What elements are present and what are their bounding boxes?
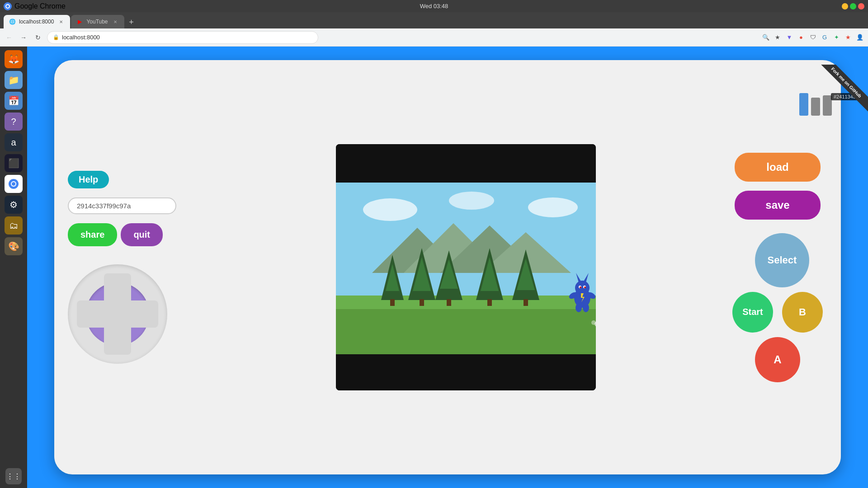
svg-rect-24 [447, 299, 451, 306]
session-id-input[interactable] [68, 197, 176, 214]
tab-youtube[interactable]: ▶ YouTube ✕ [71, 15, 124, 28]
fork-ribbon-text: Fork me on GitHub [830, 66, 862, 99]
url-input[interactable]: 🔒 localhost:8000 [47, 31, 318, 44]
taskbar-firefox[interactable]: 🦊 [5, 50, 23, 68]
tab-favicon-youtube: ▶ [76, 19, 83, 25]
url-value: localhost:8000 [62, 34, 100, 41]
taskbar-chrome[interactable] [5, 175, 23, 193]
extension-icon-4[interactable]: G [820, 33, 829, 42]
extension-icon-6[interactable]: ★ [844, 33, 853, 42]
tab-close-youtube[interactable]: ✕ [112, 18, 119, 25]
taskbar-apps-grid[interactable]: ⋮⋮ [5, 468, 22, 484]
quit-button[interactable]: quit [121, 223, 163, 246]
screen-top-border [336, 144, 596, 183]
maximize-button[interactable] [850, 3, 856, 9]
svg-point-55 [580, 286, 581, 288]
taskbar-steam[interactable]: ⚙ [5, 196, 23, 214]
screen-game-area [336, 183, 596, 354]
screen-bottom-border [336, 354, 596, 390]
svg-rect-30 [524, 299, 528, 306]
taskbar-files2[interactable]: 🗂 [5, 216, 23, 235]
start-b-row: Start B [732, 292, 823, 333]
tabs-bar: 🌐 localhost:8000 ✕ ▶ YouTube ✕ + [0, 12, 868, 28]
svg-point-5 [12, 182, 15, 186]
action-buttons: share quit [68, 223, 163, 246]
reload-button[interactable]: ↻ [33, 32, 43, 43]
tab-label-localhost: localhost:8000 [19, 19, 54, 25]
taskbar-help[interactable]: ? [5, 113, 23, 131]
minimize-button[interactable] [842, 3, 848, 9]
b-button[interactable]: B [782, 292, 823, 333]
extension-icon-1[interactable]: ▼ [785, 33, 794, 42]
tab-localhost[interactable]: 🌐 localhost:8000 ✕ [4, 15, 70, 28]
new-tab-button[interactable]: + [125, 16, 138, 28]
svg-point-50 [575, 281, 590, 295]
svg-rect-18 [390, 299, 395, 306]
tab-close-localhost[interactable]: ✕ [57, 18, 65, 25]
svg-point-2 [6, 5, 9, 8]
svg-point-56 [584, 286, 586, 288]
address-bar: ← → ↻ 🔒 localhost:8000 🔍 ★ ▼ ● 🛡 G ✦ ★ 👤 [0, 28, 868, 47]
profile-icon[interactable]: 👤 [855, 33, 864, 42]
save-button[interactable]: save [735, 191, 821, 220]
browser-title-section: Google Chrome [4, 2, 66, 10]
extension-icon-3[interactable]: 🛡 [808, 33, 817, 42]
window-controls [842, 3, 864, 9]
dpad-container[interactable] [68, 264, 167, 364]
lock-icon: 🔒 [53, 34, 59, 40]
svg-point-8 [449, 192, 494, 210]
forward-button[interactable]: → [18, 32, 29, 43]
start-button[interactable]: Start [732, 292, 773, 333]
taskbar-terminal[interactable]: ⬛ [5, 154, 23, 172]
svg-point-9 [528, 197, 578, 217]
game-screen-container [212, 144, 719, 390]
extension-icon-5[interactable]: ✦ [832, 33, 841, 42]
close-button[interactable] [858, 3, 864, 9]
fork-ribbon[interactable]: Fork me on GitHub [817, 65, 868, 112]
taskbar-files[interactable]: 📁 [5, 71, 23, 89]
chrome-logo-icon [4, 2, 12, 10]
tab-favicon-localhost: 🌐 [9, 19, 15, 25]
svg-rect-21 [420, 299, 424, 306]
taskbar-left: 🦊 📁 📅 ? a ⬛ ⚙ 🗂 🎨 ⋮⋮ [0, 47, 27, 488]
progress-bar-1 [799, 93, 808, 116]
share-button[interactable]: share [68, 223, 117, 246]
taskbar-calendar[interactable]: 📅 [5, 92, 23, 110]
game-scene-svg [336, 183, 596, 354]
svg-rect-15 [336, 296, 596, 309]
game-screen [336, 144, 596, 390]
load-button[interactable]: load [735, 153, 821, 182]
game-background: 🎮 🕹 ◎ 🎮 ⊕ 🕹 🎮 ◎ 🕹 🎮 ⊕ 🕹 ⊕ 🎮 ◎ 🕹 🎮 ⊕ ◎ 🕹 … [27, 47, 868, 488]
a-row: A [732, 337, 823, 382]
new-tab-icon: + [129, 18, 134, 27]
extension-icon-2[interactable]: ● [797, 33, 806, 42]
dpad-horizontal [77, 300, 158, 328]
browser-app-title: Google Chrome [14, 2, 66, 10]
taskbar-amazon[interactable]: a [5, 133, 23, 151]
help-button[interactable]: Help [68, 171, 109, 188]
svg-rect-27 [487, 299, 492, 306]
svg-point-48 [591, 320, 596, 325]
back-button[interactable]: ← [4, 32, 14, 43]
right-panel: load save Select Start B A [728, 153, 827, 382]
fork-ribbon-container: Fork me on GitHub [809, 65, 868, 123]
svg-point-7 [363, 198, 417, 221]
svg-point-58 [576, 303, 582, 312]
gamepad-buttons: Select Start B A [732, 233, 823, 382]
game-panel: Help share quit [54, 60, 841, 474]
browser-titlebar: Google Chrome Wed 03:48 [0, 0, 868, 12]
left-panel: Help share quit [68, 171, 203, 364]
address-bar-right: 🔍 ★ ▼ ● 🛡 G ✦ ★ 👤 [761, 33, 864, 42]
bookmark-icon[interactable]: ★ [773, 33, 782, 42]
taskbar-gimp[interactable]: 🎨 [5, 237, 23, 255]
select-button[interactable]: Select [755, 233, 809, 287]
system-clock: Wed 03:48 [420, 3, 448, 9]
zoom-icon[interactable]: 🔍 [761, 33, 770, 42]
a-button[interactable]: A [755, 337, 800, 382]
svg-rect-14 [336, 305, 596, 354]
svg-point-59 [583, 303, 589, 312]
select-row: Select [732, 233, 823, 287]
tab-label-youtube: YouTube [86, 19, 108, 25]
